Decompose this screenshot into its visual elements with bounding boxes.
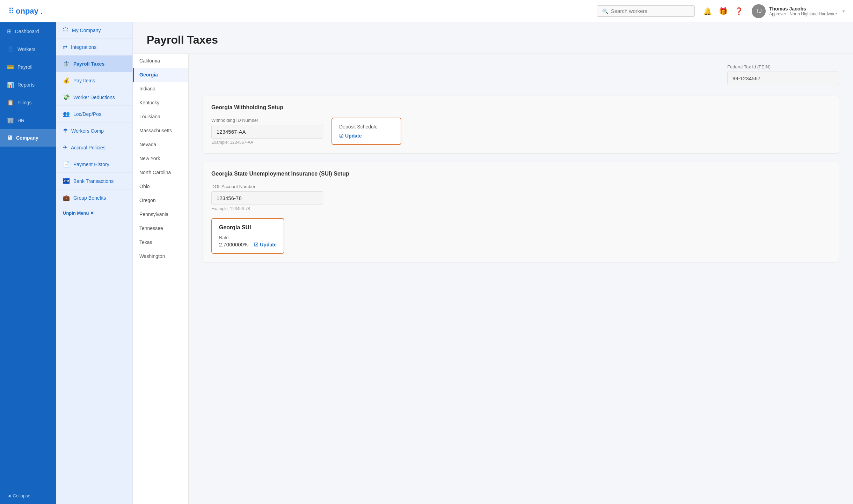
sidebar-item-label: Filings	[17, 100, 31, 105]
state-item-kentucky[interactable]: Kentucky	[133, 96, 188, 110]
help-icon[interactable]: ❓	[735, 7, 743, 15]
menu-item-label: Loc/Dep/Pos	[73, 111, 101, 117]
search-bar[interactable]: 🔍	[597, 5, 695, 17]
sidebar-item-label: Company	[16, 135, 38, 141]
company-menu-item-group-benefits[interactable]: 💼Group Benefits	[56, 190, 132, 206]
sui-update-button[interactable]: ☑ Update	[254, 242, 276, 247]
company-menu-item-payroll-taxes[interactable]: 🏦Payroll Taxes	[56, 55, 132, 72]
menu-item-label: Accrual Policies	[71, 145, 105, 150]
company-menu-item-accrual-policies[interactable]: ✈Accrual Policies	[56, 139, 132, 156]
payroll-icon: 💳	[7, 64, 14, 70]
sui-section-title: Georgia State Unemployment Insurance (SU…	[211, 171, 830, 177]
dol-account-hint: Example: 123456-78	[211, 206, 830, 211]
search-input[interactable]	[611, 8, 690, 14]
state-item-pennsylvania[interactable]: Pennsylvania	[133, 207, 188, 221]
menu-item-label: My Company	[72, 28, 101, 33]
state-item-georgia[interactable]: Georgia	[133, 68, 188, 82]
payment-history-icon: 📄	[63, 161, 70, 168]
filings-icon: 📋	[7, 99, 14, 106]
dol-account-group: DOL Account Number 123456-78 Example: 12…	[211, 184, 830, 211]
sidebar-item-payroll[interactable]: 💳Payroll	[0, 58, 56, 76]
company-menu-item-loc-dep-pos[interactable]: 👥Loc/Dep/Pos	[56, 106, 132, 123]
logo-period: .	[41, 7, 43, 16]
state-item-tennessee[interactable]: Tennessee	[133, 221, 188, 235]
menu-item-label: Pay Items	[73, 78, 95, 83]
sidebar-left-items: ⊞Dashboard👤Workers💳Payroll📊Reports📋Filin…	[0, 22, 56, 147]
search-icon: 🔍	[602, 8, 608, 14]
page-header: Payroll Taxes	[133, 22, 853, 54]
company-menu-item-workers-comp[interactable]: ☂Workers Comp	[56, 123, 132, 139]
loc-dep-pos-icon: 👥	[63, 111, 70, 117]
state-item-nevada[interactable]: Nevada	[133, 138, 188, 151]
workers-comp-icon: ☂	[63, 127, 68, 134]
deposit-schedule-label: Deposit Schedule	[339, 124, 394, 129]
federal-tax-value: 99-1234567	[727, 72, 839, 85]
state-item-louisiana[interactable]: Louisiana	[133, 110, 188, 124]
notifications-icon[interactable]: 🔔	[703, 7, 712, 15]
user-role: Approver · North Highland Hardware	[769, 12, 837, 16]
sidebar-item-hr[interactable]: 🏢HR	[0, 111, 56, 129]
accrual-policies-icon: ✈	[63, 144, 67, 151]
company-menu-item-payment-history[interactable]: 📄Payment History	[56, 156, 132, 173]
dashboard-icon: ⊞	[7, 28, 12, 35]
bank-transactions-icon: 🏧	[63, 178, 70, 184]
sidebar-item-workers[interactable]: 👤Workers	[0, 40, 56, 58]
sidebar-item-dashboard[interactable]: ⊞Dashboard	[0, 22, 56, 40]
sui-rate-label: Rate	[219, 235, 277, 240]
deposit-update-label: Update	[345, 133, 362, 139]
state-item-new-york[interactable]: New York	[133, 151, 188, 165]
company-menu-item-bank-transactions[interactable]: 🏧Bank Transactions	[56, 173, 132, 190]
sidebar-item-company[interactable]: 🖥Company	[0, 129, 56, 147]
state-item-north-carolina[interactable]: North Carolina	[133, 165, 188, 179]
state-list: CaliforniaGeorgiaIndianaKentuckyLouisian…	[133, 54, 189, 504]
state-item-california[interactable]: California	[133, 54, 188, 68]
company-icon: 🖥	[7, 135, 13, 141]
collapse-button[interactable]: ◄ Collapse	[0, 488, 56, 504]
unpin-menu-button[interactable]: Unpin Menu ✕	[56, 206, 132, 220]
sui-box: Georgia SUI Rate 2.7000000% ☑ Update	[211, 218, 284, 254]
state-item-texas[interactable]: Texas	[133, 235, 188, 249]
state-item-massachusetts[interactable]: Massachusetts	[133, 124, 188, 138]
nav-icons: 🔔 🎁 ❓	[703, 7, 743, 15]
sui-section: Georgia State Unemployment Insurance (SU…	[203, 162, 839, 262]
deposit-update-checkbox-icon: ☑	[339, 133, 344, 139]
user-menu[interactable]: TJ Thomas Jacobs Approver · North Highla…	[752, 4, 845, 18]
group-benefits-icon: 💼	[63, 194, 70, 201]
menu-item-label: Bank Transactions	[73, 178, 114, 184]
dol-account-value[interactable]: 123456-78	[211, 191, 323, 205]
topnav: ⠿ onpay. 🔍 🔔 🎁 ❓ TJ Thomas Jacobs Approv…	[0, 0, 853, 22]
dol-account-label: DOL Account Number	[211, 184, 830, 189]
withholding-id-value[interactable]: 1234567-AA	[211, 125, 323, 139]
state-item-oregon[interactable]: Oregon	[133, 193, 188, 207]
logo-dots-icon: ⠿	[8, 7, 14, 16]
sidebar-item-reports[interactable]: 📊Reports	[0, 76, 56, 94]
federal-tax-label: Federal Tax Id (FEIN)	[727, 64, 839, 69]
company-menu-item-pay-items[interactable]: 💰Pay Items	[56, 72, 132, 89]
state-item-washington[interactable]: Washington	[133, 249, 188, 263]
logo-text: onpay	[16, 7, 38, 16]
menu-item-label: Workers Comp	[71, 128, 104, 134]
withholding-section: Georgia Withholding Setup Withholding ID…	[203, 96, 839, 154]
company-menu-item-my-company[interactable]: 🏛My Company	[56, 22, 132, 39]
sui-update-checkbox-icon: ☑	[254, 242, 258, 247]
deposit-update-button[interactable]: ☑ Update	[339, 133, 394, 139]
gift-icon[interactable]: 🎁	[719, 7, 728, 15]
sidebar-item-filings[interactable]: 📋Filings	[0, 94, 56, 111]
state-item-ohio[interactable]: Ohio	[133, 179, 188, 193]
integrations-icon: ⇄	[63, 44, 67, 50]
withholding-section-title: Georgia Withholding Setup	[211, 104, 830, 111]
main-layout: ⊞Dashboard👤Workers💳Payroll📊Reports📋Filin…	[0, 22, 853, 504]
state-item-indiana[interactable]: Indiana	[133, 82, 188, 96]
tax-content: Federal Tax Id (FEIN) 99-1234567 Georgia…	[189, 54, 853, 504]
sidebar-right: 🏛My Company⇄Integrations🏦Payroll Taxes💰P…	[56, 22, 133, 504]
pay-items-icon: 💰	[63, 77, 70, 84]
withholding-fields: Withholding ID Number 1234567-AA Example…	[211, 118, 830, 145]
user-details: Thomas Jacobs Approver · North Highland …	[769, 6, 837, 16]
company-menu-item-integrations[interactable]: ⇄Integrations	[56, 39, 132, 55]
sidebar-right-items: 🏛My Company⇄Integrations🏦Payroll Taxes💰P…	[56, 22, 132, 206]
sidebar-item-label: Workers	[17, 46, 36, 52]
sui-update-label: Update	[260, 242, 276, 247]
my-company-icon: 🏛	[63, 27, 68, 34]
reports-icon: 📊	[7, 81, 14, 88]
company-menu-item-worker-deductions[interactable]: 💸Worker Deductions	[56, 89, 132, 106]
